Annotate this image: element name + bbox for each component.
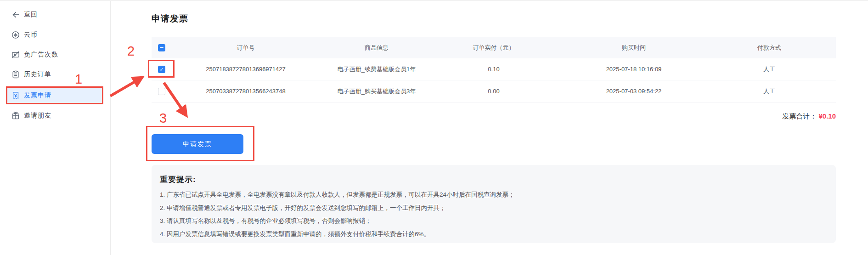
column-header-product: 商品信息 [312, 44, 441, 52]
column-header-amount: 订单实付（元） [441, 44, 547, 52]
ad-block-icon [11, 50, 20, 59]
purchase-time: 2025-07-18 10:16:09 [547, 66, 721, 73]
page-title: 申请发票 [152, 13, 188, 25]
notice-line: 4. 因用户发票信息填写错误或要更换发票类型而重新申请的，须额外支付价税和手续费… [160, 228, 828, 241]
notice-title: 重要提示: [160, 174, 828, 185]
column-header-payment: 付款方式 [721, 44, 817, 52]
sidebar-item-label: 云币 [24, 31, 38, 39]
order-amount: 0.10 [441, 66, 547, 73]
annotation-step-1: 1 [75, 73, 82, 86]
notice-line: 2. 申请增值税普通发票或者专用发票电子版，开好的发票会发送到您填写的邮箱上，一… [160, 202, 828, 215]
arrow-left-icon [11, 10, 20, 19]
order-amount: 0.00 [441, 88, 547, 95]
notice-line: 1. 广东省已试点开具全电发票，全电发票没有章以及付款人收款人，但发票都是正规发… [160, 188, 828, 202]
orders-table: 订单号 商品信息 订单实付（元） 购买时间 付款方式 2507183872780… [152, 37, 836, 102]
clipboard-icon [11, 70, 20, 79]
purchase-time: 2025-07-03 09:54:22 [547, 88, 721, 95]
sidebar-item-order-history[interactable]: 历史订单 [0, 68, 111, 81]
sidebar-item-invite-friends[interactable]: 邀请朋友 [0, 109, 111, 123]
sidebar-item-back[interactable]: 返回 [0, 8, 111, 22]
annotation-box-checkbox [148, 60, 175, 78]
sidebar-item-label: 免广告次数 [24, 51, 58, 59]
sidebar-item-label: 邀请朋友 [24, 112, 51, 120]
product-info: 电子画册_购买基础版会员3年 [312, 87, 441, 96]
invoice-total: 发票合计： ¥0.10 [152, 112, 836, 121]
sidebar-item-label: 历史订单 [24, 70, 51, 79]
annotation-box-sidebar [6, 86, 103, 104]
payment-method: 人工 [721, 65, 817, 74]
coin-icon [11, 30, 20, 40]
table-row: 250703387278013566243748 电子画册_购买基础版会员3年 … [152, 80, 836, 102]
sidebar: 返回 云币 免广告次数 历史订单 发票申请 [0, 1, 111, 255]
gift-icon [11, 111, 20, 120]
invoice-total-value: ¥0.10 [818, 112, 836, 120]
order-no: 250703387278013566243748 [179, 88, 312, 95]
annotation-step-2: 2 [127, 45, 135, 58]
select-all-checkbox[interactable] [158, 44, 165, 51]
table-header-row: 订单号 商品信息 订单实付（元） 购买时间 付款方式 [152, 37, 836, 58]
sidebar-item-label: 返回 [24, 11, 38, 19]
important-notice-panel: 重要提示: 1. 广东省已试点开具全电发票，全电发票没有章以及付款人收款人，但发… [152, 165, 836, 243]
invoice-total-label: 发票合计： [782, 112, 817, 120]
sidebar-item-cloud-coin[interactable]: 云币 [0, 28, 111, 42]
order-no: 250718387278013696971427 [179, 66, 312, 73]
table-row: 250718387278013696971427 电子画册_续费基础版会员1年 … [152, 58, 836, 80]
product-info: 电子画册_续费基础版会员1年 [312, 65, 441, 74]
notice-line: 3. 请认真填写名称以及税号，有税号的企业必须填写税号，否则会影响报销； [160, 215, 828, 228]
sidebar-item-ad-free[interactable]: 免广告次数 [0, 48, 111, 62]
payment-method: 人工 [721, 87, 817, 96]
column-header-time: 购买时间 [547, 44, 721, 52]
row-checkbox[interactable] [158, 88, 165, 95]
arrow-1-to-2 [110, 78, 141, 96]
invoice-apply-page: 返回 云币 免广告次数 历史订单 发票申请 [0, 0, 868, 255]
annotation-box-button [146, 126, 254, 161]
annotation-step-3: 3 [159, 112, 167, 125]
column-header-order-no: 订单号 [179, 44, 312, 52]
